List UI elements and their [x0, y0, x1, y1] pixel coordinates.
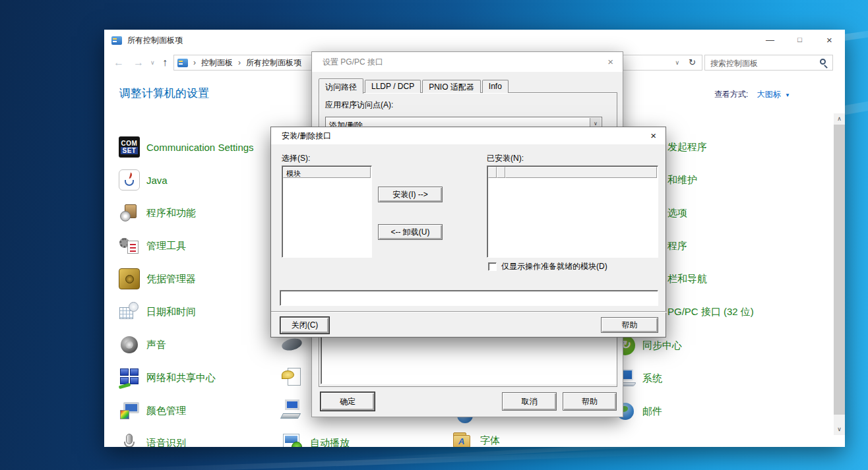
refresh-icon[interactable]: ↻ [689, 55, 696, 70]
cancel-button[interactable]: 取消 [502, 392, 557, 411]
panel-item-credential-manager[interactable]: 凭据管理器 [119, 268, 196, 289]
tab-info[interactable]: Info [482, 80, 509, 93]
control-panel-icon [177, 59, 188, 67]
ok-button[interactable]: 确定 [321, 392, 375, 411]
install-dialog-title: 安装/删除接口 [282, 131, 331, 142]
pgpc-dialog-titlebar: 设置 PG/PC 接口 [312, 52, 623, 72]
microphone-icon [119, 432, 140, 447]
forward-icon[interactable]: → [133, 51, 144, 74]
panel-item-communication-settings[interactable]: COM SET Communication Settings [119, 136, 254, 158]
up-icon[interactable]: ↑ [162, 51, 168, 74]
install-close-icon[interactable]: × [650, 127, 656, 144]
sound-icon [119, 334, 140, 355]
dialog-separator [271, 311, 667, 312]
maximize-button[interactable]: □ [785, 30, 815, 49]
tab-access-path[interactable]: 访问路径 [319, 78, 363, 94]
window-title: 所有控制面板项 [127, 35, 183, 46]
admin-tools-icon [119, 235, 140, 256]
network-icon [119, 367, 140, 388]
view-by-label: 查看方式: [714, 90, 748, 99]
header-cell[interactable] [505, 167, 657, 178]
panel-item-speech-recognition[interactable]: 语音识别 [119, 432, 186, 447]
search-icon [820, 59, 826, 65]
credential-manager-icon [119, 268, 140, 289]
install-button[interactable]: 安装(I) --> [378, 187, 443, 202]
install-help-button[interactable]: 帮助 [601, 317, 658, 333]
panel-item-color-management[interactable]: 颜色管理 [119, 400, 186, 421]
close-dialog-button[interactable]: 关闭(C) [280, 317, 329, 334]
scroll-down-icon[interactable]: ∨ [834, 424, 845, 435]
view-by-link[interactable]: 大图标 [757, 90, 781, 99]
view-by-control: 查看方式: 大图标 ▼ [714, 89, 790, 100]
panel-item-fragment-maintenance[interactable]: 和维护 [667, 174, 697, 187]
date-time-icon [119, 301, 140, 322]
address-dropdown-icon[interactable]: ∨ [675, 55, 679, 70]
panel-item-fragment-initiator[interactable]: 发起程序 [667, 141, 707, 154]
panel-item-fragment-taskbar-navigation[interactable]: 栏和导航 [667, 273, 707, 285]
panel-item-programs-features[interactable]: 程序和功能 [119, 202, 196, 223]
panel-item-fragment-options[interactable]: 选项 [667, 207, 687, 220]
pgpc-help-button[interactable]: 帮助 [563, 392, 617, 411]
panel-item-date-time[interactable]: 日期和时间 [119, 301, 196, 322]
window-titlebar: 所有控制面板项 [104, 30, 845, 51]
partial-mouse-icon[interactable] [282, 335, 303, 356]
java-icon [119, 169, 140, 191]
close-button[interactable]: × [815, 30, 844, 49]
partial-document-chat-icon[interactable] [282, 367, 303, 388]
panel-item-admin-tools[interactable]: 管理工具 [119, 235, 186, 256]
selectable-modules-list[interactable]: 模块 [282, 165, 372, 258]
panel-item-java[interactable]: Java [119, 169, 168, 191]
comset-icon: COM SET [119, 136, 140, 158]
panel-item-fragment-programs[interactable]: 程序 [667, 240, 687, 252]
scroll-up-icon[interactable]: ∧ [834, 113, 845, 125]
uninstall-button[interactable]: <-- 卸载(U) [378, 224, 443, 240]
search-placeholder: 搜索控制面板 [710, 58, 758, 69]
autoplay-icon [282, 432, 303, 447]
fonts-folder-icon: A [452, 430, 474, 447]
pgpc-dialog-title: 设置 PG/PC 接口 [323, 57, 383, 68]
pgpc-close-icon[interactable]: × [607, 52, 613, 72]
history-chevron-icon[interactable]: ∨ [150, 51, 155, 74]
access-point-label: 应用程序访问点(A): [325, 100, 393, 111]
minimize-button[interactable]: — [755, 30, 785, 49]
panel-item-autoplay[interactable]: 自动播放 [282, 432, 350, 447]
installed-list-header [488, 167, 657, 178]
breadcrumb-separator: › [193, 58, 196, 67]
install-remove-dialog: 安装/删除接口 × 选择(S): 模块 安装(I) --> <-- 卸载(U) … [270, 127, 666, 338]
installed-label: 已安装(N): [487, 153, 524, 164]
color-management-icon [119, 400, 140, 421]
breadcrumb-all-items[interactable]: 所有控制面板项 [246, 57, 301, 69]
partial-computer-icon[interactable] [282, 399, 303, 421]
back-icon[interactable]: ← [113, 51, 124, 74]
panel-item-fonts[interactable]: A 字体 [452, 430, 500, 447]
tab-lldp-dcp[interactable]: LLDP / DCP [365, 80, 421, 93]
breadcrumb-separator: › [238, 58, 241, 67]
panel-item-network-sharing[interactable]: 网络和共享中心 [119, 367, 216, 388]
ready-modules-checkbox[interactable] [488, 262, 497, 271]
view-by-caret-icon[interactable]: ▼ [785, 92, 790, 98]
header-cell[interactable] [488, 167, 497, 178]
status-field [280, 290, 658, 306]
search-input[interactable]: 搜索控制面板 [704, 55, 833, 71]
control-panel-icon [111, 36, 122, 45]
page-title: 调整计算机的设置 [119, 86, 209, 101]
pgpc-tab-strip: 访问路径 LLDP / DCP PNIO 适配器 Info [319, 78, 510, 93]
installed-modules-list[interactable] [487, 165, 658, 258]
tab-pnio-adapter[interactable]: PNIO 适配器 [422, 80, 481, 93]
install-dialog-titlebar: 安装/删除接口 [271, 127, 666, 144]
panel-item-sync-center[interactable]: ↻ 同步中心 [615, 335, 682, 356]
programs-icon [119, 202, 140, 223]
ready-modules-checkbox-label: 仅显示操作准备就绪的模块(D) [501, 261, 607, 272]
vertical-scrollbar[interactable]: ∧ ∨ [834, 113, 845, 435]
select-label: 选择(S): [282, 153, 310, 164]
panel-item-fragment-pgpc-interface[interactable]: PG/PC 接口 (32 位) [667, 306, 754, 318]
panel-item-sound[interactable]: 声音 [119, 334, 166, 355]
breadcrumb-control-panel[interactable]: 控制面板 [201, 57, 233, 69]
scrollbar-thumb[interactable] [834, 125, 845, 415]
header-cell[interactable] [497, 167, 505, 178]
module-column-header[interactable]: 模块 [283, 167, 371, 178]
